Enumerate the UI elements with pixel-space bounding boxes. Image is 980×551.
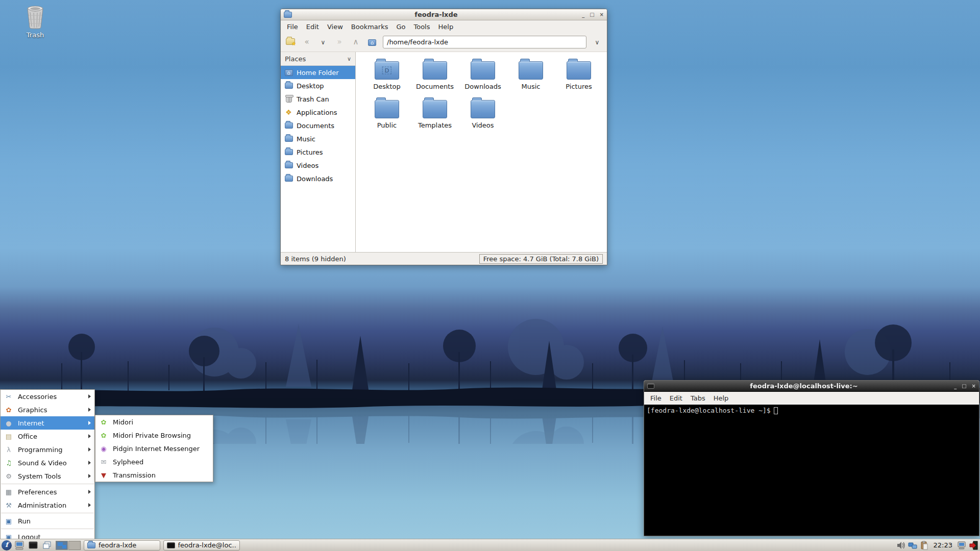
submenu-item-sylpheed[interactable]: ✉ Sylpheed [95,455,213,468]
history-dropdown-button[interactable]: ∨ [317,39,329,46]
terminal-screen-icon [167,542,175,548]
fm-menu-edit[interactable]: Edit [302,21,323,32]
windows-icon [42,540,52,550]
path-input[interactable] [383,36,586,48]
terminal-menu-edit[interactable]: Edit [666,393,687,404]
folder-downloads[interactable]: Downloads [459,58,507,96]
menu-separator [1,513,94,513]
fm-toolbar: « ∨ » ∧ ⌂ ∨ [281,33,607,52]
menu-item-internet[interactable]: ● Internet [1,416,94,430]
folder-icon [285,136,293,142]
submenu-arrow-icon [88,461,91,465]
sidebar-item-applications[interactable]: ❖ Applications [281,106,355,119]
home-folder-icon: ⌂ [285,69,293,76]
folder-public[interactable]: Public [363,97,411,135]
screen-lock-icon[interactable] [957,540,967,550]
folder-desktop[interactable]: Desktop [363,58,411,96]
sidebar-item-documents[interactable]: Documents [281,119,355,132]
menu-item-preferences[interactable]: ▦ Preferences [1,485,94,498]
taskbar-window-file-manager[interactable]: feodra-lxde [84,540,160,550]
chevron-down-icon: ∨ [347,56,351,62]
clipboard-icon[interactable] [919,540,929,550]
terminal-content[interactable]: [feodra-lxde@localhost-live ~]$ [644,404,979,536]
terminal-close-button[interactable]: × [972,384,976,389]
sidebar-item-pictures[interactable]: Pictures [281,145,355,159]
workspace-2[interactable] [68,541,81,550]
sidebar-item-trash-can[interactable]: Trash Can [281,92,355,106]
terminal-menubar: File Edit Tabs Help [644,392,979,404]
sidebar-item-downloads[interactable]: Downloads [281,172,355,185]
submenu-item-pidgin[interactable]: ◉ Pidgin Internet Messenger [95,442,213,455]
terminal-launcher[interactable] [27,540,39,551]
folder-videos[interactable]: Videos [459,97,507,135]
folder-icon [285,176,293,182]
taskbar-window-terminal[interactable]: feodra-lxde@loc... [163,540,240,550]
clock[interactable]: 22:23 [931,541,955,549]
back-button[interactable]: « [301,38,312,46]
terminal-titlebar[interactable]: feodra-lxde@localhost-live:~ _ □ × [644,381,979,392]
app-menu-button[interactable]: f [2,540,12,550]
sidebar-item-desktop[interactable]: Desktop [281,79,355,92]
fm-menu-go[interactable]: Go [392,21,409,32]
jump-to-button[interactable]: ∨ [592,39,603,46]
new-tab-button[interactable] [285,38,296,46]
midori-leaf-icon: ✿ [99,432,108,439]
submenu-arrow-icon [88,503,91,507]
desktop-trash[interactable]: Trash [17,5,53,39]
fm-maximize-button[interactable]: □ [590,12,594,17]
up-button[interactable]: ∧ [350,38,361,46]
menu-item-graphics[interactable]: ✿ Graphics [1,403,94,416]
terminal-maximize-button[interactable]: □ [962,384,966,389]
menu-item-administration[interactable]: ⚒ Administration [1,498,94,512]
show-desktop-button[interactable] [41,540,53,551]
fm-menu-file[interactable]: File [283,21,302,32]
network-icon[interactable] [908,540,918,550]
fm-menu-view[interactable]: View [323,21,347,32]
submenu-item-midori[interactable]: ✿ Midori [95,415,213,429]
fm-close-button[interactable]: × [600,12,604,17]
terminal-minimize-button[interactable]: _ [954,384,957,389]
fm-titlebar[interactable]: feodra-lxde _ □ × [281,9,607,20]
workspace-pager [56,541,81,550]
file-manager-window: feodra-lxde _ □ × File Edit View Bookmar… [280,9,607,265]
places-selector[interactable]: Places ∨ [281,52,355,66]
home-button[interactable]: ⌂ [366,38,378,46]
terminal-menu-help[interactable]: Help [709,393,733,404]
desktop: { "desktop": { "trash_label": "Trash" },… [0,0,980,551]
sidebar-item-videos[interactable]: Videos [281,159,355,172]
taskbar: f feodra-lxde feodra-lxde@loc... [0,539,980,551]
fm-minimize-button[interactable]: _ [582,12,584,17]
folder-documents[interactable]: Documents [411,58,459,96]
terminal-menu-file[interactable]: File [646,393,666,404]
file-manager-launcher[interactable] [13,540,26,551]
menu-item-system-tools[interactable]: ⚙ System Tools [1,469,94,483]
submenu-item-midori-private[interactable]: ✿ Midori Private Browsing [95,429,213,442]
menu-item-run[interactable]: ▣ Run [1,514,94,528]
menu-item-office[interactable]: ▤ Office [1,430,94,443]
graphics-icon: ✿ [4,406,13,414]
sidebar-item-home-folder[interactable]: ⌂ Home Folder [281,66,355,79]
free-space-indicator: Free space: 4.7 GiB (Total: 7.8 GiB) [479,254,603,264]
menu-item-programming[interactable]: λ Programming [1,443,94,456]
sound-video-icon: ♫ [4,459,13,467]
folder-pictures[interactable]: Pictures [555,58,603,96]
folder-templates[interactable]: Templates [411,97,459,135]
logout-icon[interactable] [968,540,978,550]
fm-menubar: File Edit View Bookmarks Go Tools Help [281,20,607,33]
terminal-menu-tabs[interactable]: Tabs [687,393,709,404]
folder-music[interactable]: Music [507,58,555,96]
fm-menu-tools[interactable]: Tools [409,21,434,32]
menu-item-accessories[interactable]: ✂ Accessories [1,390,94,403]
menu-item-sound-video[interactable]: ♫ Sound & Video [1,456,94,469]
workspace-1[interactable] [56,541,68,550]
submenu-arrow-icon [88,474,91,478]
fm-file-grid: Desktop Documents Downloads Music Pictur… [356,52,607,252]
submenu-item-transmission[interactable]: ▼ Transmission [95,468,213,482]
fm-menu-bookmarks[interactable]: Bookmarks [347,21,393,32]
folder-icon [285,122,293,129]
terminal-window-title: feodra-lxde@localhost-live:~ [659,382,948,390]
sidebar-item-music[interactable]: Music [281,132,355,145]
volume-icon[interactable] [896,540,906,550]
fm-menu-help[interactable]: Help [434,21,458,32]
forward-button[interactable]: » [334,38,345,46]
